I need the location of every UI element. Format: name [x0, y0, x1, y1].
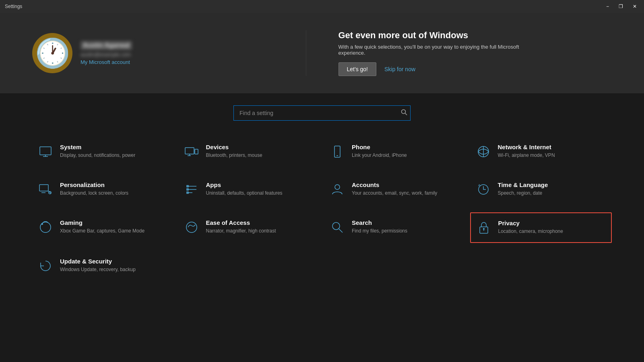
header: 🕐 Austin Agarwal austin@example.com My M…	[0, 13, 644, 93]
settings-text-time: Time & Language Speech, region, date	[498, 181, 607, 197]
avatar: 🕐	[32, 33, 72, 73]
apps-icon	[184, 181, 200, 197]
settings-desc-accounts: Your accounts, email, sync, work, family	[352, 190, 461, 197]
main-content: System Display, sound, notifications, po…	[0, 93, 644, 293]
settings-text-search: Search Find my files, permissions	[352, 219, 461, 234]
system-icon	[37, 144, 54, 160]
settings-name-system: System	[60, 144, 169, 150]
settings-text-system: System Display, sound, notifications, po…	[60, 144, 169, 159]
settings-name-time: Time & Language	[498, 181, 607, 188]
promo-subtitle: With a few quick selections, you'll be o…	[339, 44, 540, 56]
user-info: Austin Agarwal austin@example.com My Mic…	[80, 41, 132, 65]
settings-name-apps: Apps	[206, 181, 315, 188]
personalization-icon	[37, 181, 54, 197]
svg-line-1	[405, 113, 407, 115]
user-section: 🕐 Austin Agarwal austin@example.com My M…	[32, 33, 306, 73]
settings-grid: System Display, sound, notifications, po…	[32, 137, 612, 281]
settings-desc-search: Find my files, permissions	[352, 228, 461, 234]
svg-rect-5	[185, 148, 194, 154]
close-button[interactable]: ✕	[630, 4, 639, 9]
settings-name-accounts: Accounts	[352, 181, 461, 188]
settings-name-network: Network & Internet	[498, 144, 607, 150]
search-container	[32, 105, 612, 121]
window-controls: − ❐ ✕	[604, 4, 639, 9]
promo-title: Get even more out of Windows	[339, 30, 612, 41]
settings-item-apps[interactable]: Apps Uninstall, defaults, optional featu…	[178, 175, 320, 204]
skip-button[interactable]: Skip for now	[384, 66, 415, 72]
settings-desc-devices: Bluetooth, printers, mouse	[206, 152, 315, 159]
settings-text-ease: Ease of Access Narrator, magnifier, high…	[206, 219, 315, 234]
privacy-icon	[476, 220, 492, 236]
settings-name-personalization: Personalization	[60, 181, 169, 188]
promo-section: Get even more out of Windows With a few …	[306, 30, 612, 76]
settings-item-time[interactable]: A Time & Language Speech, region, date	[470, 175, 612, 204]
settings-item-system[interactable]: System Display, sound, notifications, po…	[32, 137, 174, 167]
settings-item-update[interactable]: Update & Security Windows Update, recove…	[32, 251, 174, 281]
settings-item-ease[interactable]: Ease of Access Narrator, magnifier, high…	[178, 212, 320, 243]
ms-account-link[interactable]: My Microsoft account	[80, 59, 132, 65]
gaming-icon	[37, 219, 54, 235]
titlebar: Settings − ❐ ✕	[0, 0, 644, 13]
user-name: Austin Agarwal	[80, 41, 132, 50]
minimize-button[interactable]: −	[604, 4, 611, 9]
svg-point-29	[332, 222, 340, 230]
svg-point-26	[41, 223, 43, 225]
settings-item-privacy[interactable]: Privacy Location, camera, microphone	[470, 212, 612, 243]
settings-name-ease: Ease of Access	[206, 219, 315, 226]
svg-line-30	[339, 229, 343, 232]
settings-desc-gaming: Xbox Game Bar, captures, Game Mode	[60, 228, 169, 234]
phone-icon	[329, 144, 345, 160]
settings-text-accounts: Accounts Your accounts, email, sync, wor…	[352, 181, 461, 197]
search-box	[233, 105, 411, 121]
update-icon	[37, 258, 54, 274]
settings-desc-personalization: Background, lock screen, colors	[60, 190, 169, 197]
settings-item-accounts[interactable]: Accounts Your accounts, email, sync, wor…	[324, 175, 466, 204]
svg-rect-6	[195, 149, 198, 154]
settings-name-privacy: Privacy	[498, 220, 607, 226]
search-icon	[401, 109, 407, 115]
settings-item-gaming[interactable]: Gaming Xbox Game Bar, captures, Game Mod…	[32, 212, 174, 243]
settings-text-apps: Apps Uninstall, defaults, optional featu…	[206, 181, 315, 197]
user-email: austin@example.com	[80, 51, 132, 58]
svg-rect-13	[39, 185, 48, 191]
settings-name-gaming: Gaming	[60, 219, 169, 226]
svg-point-27	[186, 222, 197, 232]
svg-point-22	[335, 185, 340, 189]
settings-item-personalization[interactable]: Personalization Background, lock screen,…	[32, 175, 174, 204]
settings-item-phone[interactable]: Phone Link your Android, iPhone	[324, 137, 466, 167]
settings-desc-network: Wi-Fi, airplane mode, VPN	[498, 152, 607, 159]
settings-name-update: Update & Security	[60, 258, 169, 265]
svg-point-0	[402, 110, 406, 114]
search-icon-button[interactable]	[401, 109, 407, 117]
settings-name-phone: Phone	[352, 144, 461, 150]
settings-name-search: Search	[352, 219, 461, 226]
promo-actions: Let's go! Skip for now	[339, 62, 612, 76]
settings-item-search[interactable]: Search Find my files, permissions	[324, 212, 466, 243]
settings-desc-phone: Link your Android, iPhone	[352, 152, 461, 159]
network-icon	[475, 144, 491, 160]
settings-text-network: Network & Internet Wi-Fi, airplane mode,…	[498, 144, 607, 159]
settings-name-devices: Devices	[206, 144, 315, 150]
svg-rect-2	[40, 147, 51, 155]
lets-go-button[interactable]: Let's go!	[339, 62, 377, 76]
settings-text-personalization: Personalization Background, lock screen,…	[60, 181, 169, 197]
search-icon	[329, 219, 345, 235]
settings-desc-system: Display, sound, notifications, power	[60, 152, 169, 159]
restore-button[interactable]: ❐	[616, 4, 625, 9]
devices-icon	[184, 144, 200, 160]
settings-desc-privacy: Location, camera, microphone	[498, 228, 607, 235]
settings-desc-time: Speech, region, date	[498, 190, 607, 197]
time-icon: A	[475, 181, 491, 197]
accounts-icon	[329, 181, 345, 197]
settings-text-devices: Devices Bluetooth, printers, mouse	[206, 144, 315, 159]
ease-icon	[184, 219, 200, 235]
settings-desc-update: Windows Update, recovery, backup	[60, 266, 169, 273]
search-input[interactable]	[233, 105, 411, 121]
settings-desc-ease: Narrator, magnifier, high contrast	[206, 228, 315, 234]
settings-item-network[interactable]: Network & Internet Wi-Fi, airplane mode,…	[470, 137, 612, 167]
settings-item-devices[interactable]: Devices Bluetooth, printers, mouse	[178, 137, 320, 167]
settings-text-privacy: Privacy Location, camera, microphone	[498, 220, 607, 235]
settings-text-update: Update & Security Windows Update, recove…	[60, 258, 169, 273]
settings-text-gaming: Gaming Xbox Game Bar, captures, Game Mod…	[60, 219, 169, 234]
settings-text-phone: Phone Link your Android, iPhone	[352, 144, 461, 159]
